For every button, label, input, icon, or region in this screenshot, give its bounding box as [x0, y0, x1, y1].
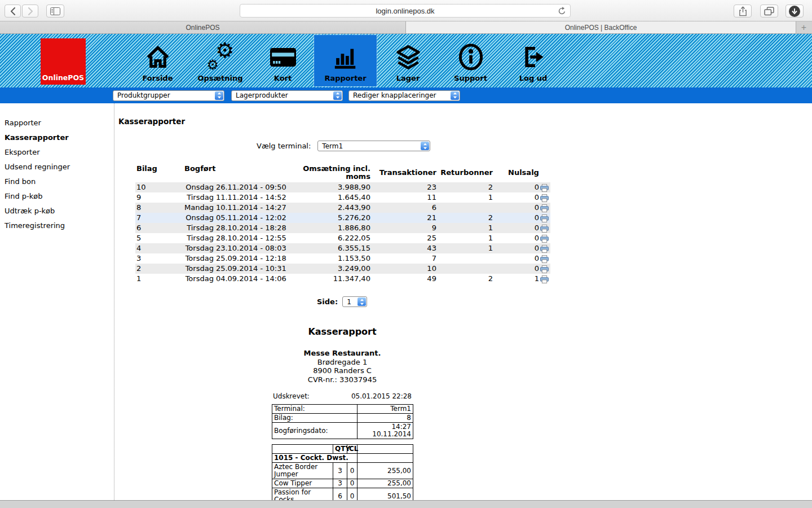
print-icon[interactable]	[540, 214, 549, 222]
cell-bilag: 8	[135, 203, 183, 213]
url-field[interactable]: login.onlinepos.dk	[240, 4, 571, 17]
nav-label: Rapporter	[324, 74, 366, 82]
cell-transaktioner: 49	[372, 274, 438, 284]
downloads-button[interactable]	[785, 5, 804, 17]
sidebar: RapporterKasserapporterEksporterUdsend r…	[0, 103, 114, 500]
buttonplacement-select[interactable]: Rediger knapplaceringer	[348, 90, 460, 101]
stepper-icon	[333, 91, 342, 100]
cell-returbonner: 1	[438, 192, 494, 203]
print-icon[interactable]	[540, 184, 549, 192]
nav-label: Support	[454, 74, 487, 82]
report-row[interactable]: 8 Mandag 10.11.2014 - 14:27 2.443,90 6 0	[135, 203, 550, 213]
cell-returbonner	[438, 253, 494, 264]
page-select[interactable]: 1	[342, 296, 367, 307]
select-value: Produktgrupper	[117, 91, 170, 99]
cell-date: 28.10.2014 - 18:28	[215, 223, 294, 233]
forward-button[interactable]	[22, 5, 38, 17]
cell-omsaetning: 1.645,40	[294, 192, 372, 203]
cell-bilag: 6	[135, 223, 183, 233]
home-icon	[145, 42, 171, 72]
cell-omsaetning: 11.347,40	[294, 274, 372, 284]
report-row[interactable]: 7 Onsdag 05.11.2014 - 12:02 5.276,20 21 …	[135, 213, 550, 223]
tab-onlinepos[interactable]: OnlinePOS	[0, 21, 406, 33]
sidebar-item[interactable]: Udsend regninger	[5, 163, 114, 171]
info-label: Bilag:	[272, 414, 358, 423]
nav-item-forside[interactable]: Forside	[126, 35, 189, 86]
sidebar-toggle-button[interactable]	[46, 5, 64, 17]
reload-icon[interactable]	[558, 7, 566, 15]
productgroups-select[interactable]: Produktgrupper	[113, 90, 224, 101]
nav-item-rapporter[interactable]: Rapporter	[314, 35, 377, 86]
qty-header: QTY	[333, 445, 347, 454]
print-icon[interactable]	[540, 194, 549, 202]
sidebar-item[interactable]: Find bon	[5, 178, 114, 186]
printed-row: Udskrevet: 05.01.2015 22:28	[272, 392, 413, 400]
terminal-select[interactable]: Term1	[317, 141, 430, 151]
onlinepos-logo[interactable]: OnlinePOS	[41, 38, 86, 85]
content-area: RapporterKasserapporterEksporterUdsend r…	[0, 103, 812, 500]
item-amount: 501,50	[358, 488, 413, 501]
cell-omsaetning: 3.988,90	[294, 182, 372, 192]
info-label: Bogføringsdato:	[272, 423, 358, 439]
cell-returbonner: 2	[438, 274, 494, 284]
browser-toolbar: login.onlinepos.dk	[0, 0, 812, 21]
cell-returbonner	[438, 264, 494, 274]
stockproducts-select[interactable]: Lagerprodukter	[231, 90, 343, 101]
sidebar-item[interactable]: Timeregistrering	[5, 222, 114, 230]
tab-onlinepos-backoffice[interactable]: OnlinePOS | BackOffice	[406, 21, 796, 33]
plus-icon: +	[801, 23, 806, 33]
company-name: Messe Restaurant.	[272, 349, 413, 358]
cell-day: Tirsdag	[183, 223, 215, 233]
item-amount: 255,00	[358, 463, 413, 479]
stepper-icon	[358, 297, 366, 306]
cell-transaktioner: 11	[372, 192, 438, 203]
report-row[interactable]: 9 Tirsdag 11.11.2014 - 14:52 1.645,40 11…	[135, 192, 550, 203]
sidebar-item[interactable]: Find p-køb	[5, 192, 114, 200]
nav-item-support[interactable]: Support	[439, 35, 502, 86]
nav-item-lager[interactable]: Lager	[377, 35, 439, 86]
print-icon[interactable]	[540, 255, 549, 263]
nav-item-opsaetning[interactable]: ⚙⚙ Opsætning	[189, 35, 251, 86]
nav-item-logud[interactable]: Log ud	[502, 35, 564, 86]
cell-day: Torsdag	[183, 243, 215, 253]
report-row[interactable]: 2 Torsdag 25.09.2014 - 10:31 3.249,00 10…	[135, 264, 550, 274]
cell-date: 05.11.2014 - 12:02	[215, 213, 294, 223]
select-value: Lagerprodukter	[236, 91, 288, 99]
nav-item-kort[interactable]: Kort	[251, 35, 314, 86]
chevron-left-icon	[10, 7, 16, 15]
print-icon[interactable]	[540, 204, 549, 212]
report-row[interactable]: 6 Tirsdag 28.10.2014 - 18:28 1.886,80 9 …	[135, 223, 550, 233]
sidebar-item-label: Eksporter	[5, 148, 40, 156]
sidebar-item[interactable]: Eksporter	[5, 148, 114, 156]
nav-items: Forside ⚙⚙ Opsætning Kort	[126, 35, 564, 86]
item-qty: 6	[333, 488, 347, 501]
tab-overview-button[interactable]	[760, 5, 778, 17]
print-icon[interactable]	[540, 275, 549, 283]
report-row[interactable]: 3 Torsdag 25.09.2014 - 12:18 1.153,50 7 …	[135, 253, 550, 264]
nav-label: Lager	[396, 74, 420, 82]
select-value: Rediger knapplaceringer	[353, 91, 436, 99]
browser-window: login.onlinepos.dk Online	[0, 0, 812, 508]
cell-nulsalg: 0	[494, 233, 540, 243]
print-icon[interactable]	[540, 245, 549, 253]
col-nulsalg: Nulsalg	[494, 165, 540, 182]
cell-transaktioner: 43	[372, 243, 438, 253]
report-row[interactable]: 4 Torsdag 23.10.2014 - 08:03 6.355,15 43…	[135, 243, 550, 253]
receipt-info-table: Terminal: Term1 Bilag: 8 Bogføringsdato:…	[272, 404, 413, 439]
sidebar-item[interactable]: Udtræk p-køb	[5, 207, 114, 215]
report-row[interactable]: 5 Tirsdag 28.10.2014 - 12:55 6.222,05 25…	[135, 233, 550, 243]
sidebar-item[interactable]: Kasserapporter	[5, 134, 114, 142]
company-address1: Brødregade 1	[272, 358, 413, 367]
cell-bilag: 7	[135, 213, 183, 223]
share-button[interactable]	[734, 5, 752, 17]
print-icon[interactable]	[540, 265, 549, 273]
sidebar-item[interactable]: Rapporter	[5, 119, 114, 127]
new-tab-button[interactable]: +	[796, 21, 811, 33]
sidebar-icon	[50, 7, 60, 15]
cell-nulsalg: 1	[494, 274, 540, 284]
back-button[interactable]	[5, 5, 21, 17]
print-icon[interactable]	[540, 235, 549, 243]
print-icon[interactable]	[540, 225, 549, 233]
report-row[interactable]: 10 Onsdag 26.11.2014 - 09:50 3.988,90 23…	[135, 182, 550, 192]
report-row[interactable]: 1 Torsdag 04.09.2014 - 14:06 11.347,40 4…	[135, 274, 550, 284]
